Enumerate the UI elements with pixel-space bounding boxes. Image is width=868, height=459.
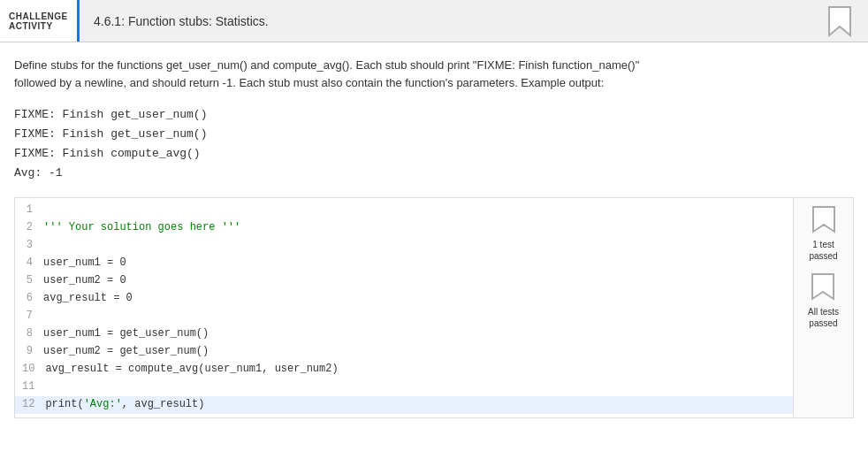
code-line-5: 5user_num2 = 0 <box>15 272 793 290</box>
code-line-3: 3 <box>15 237 793 255</box>
code-area[interactable]: 12''' Your solution goes here '''34user_… <box>15 198 793 417</box>
line-number: 7 <box>15 308 40 325</box>
description: Define stubs for the functions get_user_… <box>14 57 854 91</box>
line-number: 8 <box>15 325 40 343</box>
code-line-6: 6avg_result = 0 <box>15 290 793 308</box>
line-number: 11 <box>15 379 42 396</box>
code-line-8: 8user_num1 = get_user_num() <box>15 325 793 343</box>
test-label-2: All testspassed <box>808 306 839 329</box>
test-badge-2 <box>811 272 835 302</box>
code-line-12: 12print('Avg:', avg_result) <box>15 396 793 414</box>
example-line-3: FIXME: Finish compute_avg() <box>14 144 854 164</box>
line-content: ''' Your solution goes here ''' <box>40 219 793 237</box>
line-content: user_num2 = get_user_num() <box>40 343 793 361</box>
line-number: 2 <box>15 219 40 237</box>
code-line-9: 9user_num2 = get_user_num() <box>15 343 793 361</box>
line-content <box>42 379 793 396</box>
line-content: print('Avg:', avg_result) <box>42 396 793 414</box>
code-line-1: 1 <box>15 202 793 219</box>
code-editor[interactable]: 12''' Your solution goes here '''34user_… <box>14 197 854 418</box>
editor-main[interactable]: 12''' Your solution goes here '''34user_… <box>15 198 793 417</box>
line-number: 6 <box>15 290 40 308</box>
example-line-2: FIXME: Finish get_user_num() <box>14 125 854 144</box>
line-content: avg_result = compute_avg(user_num1, user… <box>42 361 793 379</box>
line-content <box>40 237 793 255</box>
line-number: 1 <box>15 202 40 219</box>
example-output: FIXME: Finish get_user_num() FIXME: Fini… <box>14 105 854 183</box>
line-content: user_num1 = get_user_num() <box>40 325 793 343</box>
description-line1: Define stubs for the functions get_user_… <box>14 58 639 72</box>
test-label-1: 1 testpassed <box>809 239 837 262</box>
test-result-1: 1 testpassed <box>809 205 837 262</box>
challenge-label: CHALLENGE <box>9 11 68 21</box>
svg-marker-0 <box>829 7 850 35</box>
line-number: 12 <box>15 396 42 414</box>
activity-label: ACTIVITY <box>9 21 68 31</box>
description-line2: followed by a newline, and should return… <box>14 76 604 89</box>
bookmark-icon[interactable] <box>826 4 854 38</box>
line-content: user_num1 = 0 <box>40 255 793 272</box>
code-line-10: 10avg_result = compute_avg(user_num1, us… <box>15 361 793 379</box>
line-content <box>40 202 793 219</box>
line-number: 5 <box>15 272 40 290</box>
line-number: 10 <box>15 361 42 379</box>
page-title: 4.6.1: Function stubs: Statistics. <box>80 14 826 28</box>
code-line-4: 4user_num1 = 0 <box>15 255 793 272</box>
example-line-4: Avg: -1 <box>14 164 854 183</box>
example-line-1: FIXME: Finish get_user_num() <box>14 105 854 125</box>
code-line-11: 11 <box>15 379 793 396</box>
svg-marker-2 <box>812 274 834 299</box>
header: CHALLENGE ACTIVITY 4.6.1: Function stubs… <box>0 0 868 42</box>
line-content: avg_result = 0 <box>40 290 793 308</box>
test-result-2: All testspassed <box>808 272 839 329</box>
svg-marker-1 <box>813 207 834 232</box>
challenge-badge: CHALLENGE ACTIVITY <box>0 0 80 42</box>
code-line-2: 2''' Your solution goes here ''' <box>15 219 793 237</box>
code-line-7: 7 <box>15 308 793 325</box>
line-number: 3 <box>15 237 40 255</box>
test-badge-1 <box>811 205 836 235</box>
line-content <box>40 308 793 325</box>
main-content: Define stubs for the functions get_user_… <box>0 42 868 418</box>
line-content: user_num2 = 0 <box>40 272 793 290</box>
line-number: 4 <box>15 255 40 272</box>
line-number: 9 <box>15 343 40 361</box>
test-sidebar: 1 testpassed All testspassed <box>793 198 853 417</box>
